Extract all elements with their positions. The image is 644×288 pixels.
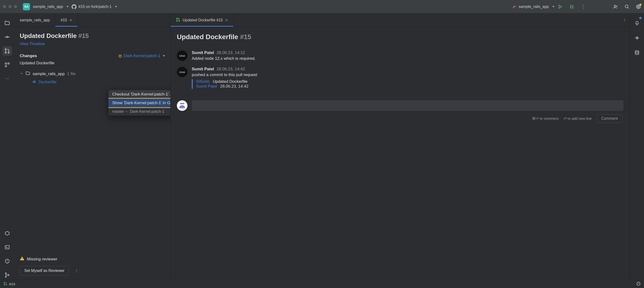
changed-file-item[interactable]: Dockerfile — [20, 79, 165, 85]
menu-item-show-in-git-log[interactable]: Show 'Dark-Kernel:patch-1' in Git Log — [108, 99, 170, 107]
comment-button[interactable]: Comment — [597, 114, 622, 123]
more-tools-icon[interactable]: ⋯ — [2, 74, 12, 83]
titlebar: SA sample_rails_app #15 on fork/patch-1 … — [0, 0, 644, 13]
run-icon[interactable] — [558, 4, 563, 9]
more-icon[interactable]: ⋮ — [580, 4, 586, 9]
tab-pr-timeline[interactable]: Updated Dockerfile #15 ✕ — [170, 13, 234, 27]
close-icon[interactable]: ✕ — [225, 18, 228, 22]
tab-project[interactable]: sample_rails_app — [14, 13, 55, 27]
menu-footer: master ← Dark-Kernel:patch-1 — [108, 107, 170, 116]
left-tool-rail: ⋯ — [0, 13, 14, 280]
pull-requests-tool-icon[interactable] — [2, 46, 12, 56]
changes-section-label: Changes — [20, 53, 37, 58]
commit-message: Updated Dockerfile — [213, 79, 248, 84]
comment-input[interactable] — [192, 100, 623, 111]
current-user-avatar — [177, 100, 188, 111]
hint-newline-shortcut: ⏎ to add new line — [564, 116, 592, 121]
set-myself-reviewer-button[interactable]: Set Myself as Reviewer — [20, 266, 69, 276]
terminal-tool-icon[interactable] — [2, 242, 12, 252]
project-dropdown[interactable]: sample_rails_app — [33, 4, 69, 9]
run-config-label: sample_rails_app — [519, 4, 549, 9]
tab-pr-15[interactable]: #15 ✕ — [55, 13, 78, 27]
event-author: Sumit Patel — [192, 67, 214, 71]
tab-more-icon[interactable]: ⋮ — [623, 18, 626, 22]
vcs-branch-dropdown[interactable]: #15 on fork/patch-1 — [72, 4, 117, 9]
svg-point-21 — [4, 282, 4, 283]
svg-point-17 — [176, 20, 178, 21]
problems-tool-icon[interactable] — [2, 256, 12, 266]
commit-message: Updated Dockerfile — [20, 61, 165, 65]
statusbar-pr-label[interactable]: #15 — [9, 282, 15, 286]
settings-icon[interactable] — [636, 4, 641, 9]
code-with-me-icon[interactable] — [613, 4, 618, 9]
run-config-dropdown[interactable]: sample_rails_app — [512, 4, 554, 9]
svg-point-1 — [614, 5, 616, 6]
changes-title: Updated Dockerfile #15 — [20, 32, 165, 40]
minimize-window-icon[interactable] — [8, 5, 12, 8]
svg-point-13 — [5, 273, 6, 274]
hint-comment-shortcut: ⌘⏎ to comment — [532, 116, 559, 121]
commit-reference[interactable]: 505ebb Updated Dockerfile Sumit Patel 28… — [192, 79, 623, 89]
statusbar-problems-icon[interactable] — [636, 283, 641, 287]
database-icon[interactable] — [632, 48, 642, 58]
svg-point-23 — [6, 285, 6, 285]
close-window-icon[interactable] — [3, 5, 6, 8]
warning-icon — [20, 256, 24, 262]
pr-timeline-view: Updated Dockerfile #15 Linux Sumit Patel… — [170, 27, 630, 280]
changes-tree-root[interactable]: sample_rails_app 1 file — [20, 71, 165, 77]
github-icon — [72, 4, 76, 9]
tab-label: sample_rails_app — [20, 18, 50, 22]
svg-point-14 — [5, 276, 6, 278]
svg-point-3 — [638, 6, 639, 7]
svg-point-2 — [625, 5, 628, 8]
event-body: pushed a commit to this pull request — [192, 72, 623, 77]
svg-rect-8 — [5, 63, 7, 64]
services-tool-icon[interactable] — [2, 229, 12, 238]
event-author: Sumit Patel — [192, 50, 214, 55]
notification-dot — [639, 17, 642, 19]
branch-dropdown[interactable]: Dark-Kernel:patch-1 — [118, 53, 165, 58]
svg-point-4 — [6, 36, 8, 38]
pr-title: Updated Dockerfile #15 — [177, 33, 623, 41]
file-count: 1 file — [67, 71, 76, 76]
svg-point-15 — [8, 275, 9, 276]
svg-point-7 — [8, 52, 9, 53]
view-timeline-link[interactable]: View Timeline — [20, 41, 45, 46]
commit-sha: 505ebb — [196, 79, 210, 84]
commit-author: Sumit Patel — [196, 84, 217, 89]
debug-icon[interactable] — [569, 4, 574, 9]
project-tool-icon[interactable] — [2, 18, 12, 28]
search-icon[interactable] — [624, 4, 630, 9]
svg-rect-9 — [8, 63, 9, 64]
menu-item-checkout[interactable]: Checkout 'Dark-Kernel:patch-1'… — [108, 90, 170, 99]
event-date: 28.06.23, 14:12 — [216, 50, 245, 55]
folder-icon — [26, 71, 30, 77]
structure-tool-icon[interactable] — [2, 60, 12, 70]
avatar: Linux — [177, 50, 188, 61]
file-name: Dockerfile — [38, 80, 57, 84]
maximize-window-icon[interactable] — [14, 5, 17, 8]
pull-request-icon — [176, 17, 180, 23]
notifications-icon[interactable] — [632, 18, 642, 28]
event-body: Added node 12.x which is required. — [192, 56, 256, 61]
missing-reviewer-warning: Missing reviewer — [20, 256, 165, 262]
pr-number: #15 — [78, 32, 89, 39]
more-actions-icon[interactable]: ⋮ — [72, 269, 81, 273]
commit-tool-icon[interactable] — [2, 32, 12, 42]
project-badge: SA — [23, 3, 30, 10]
avatar: Linux — [177, 67, 188, 77]
editor-tabs: Updated Dockerfile #15 ✕ ⋮ — [170, 13, 630, 27]
pull-request-icon[interactable] — [3, 282, 7, 286]
ai-assistant-icon[interactable] — [632, 33, 642, 43]
close-icon[interactable]: ✕ — [70, 18, 72, 22]
folder-name: sample_rails_app — [33, 71, 65, 76]
pr-title-text: Updated Dockerfile — [177, 33, 238, 40]
svg-point-20 — [635, 51, 639, 52]
tab-label: Updated Dockerfile #15 — [183, 18, 223, 22]
svg-rect-11 — [5, 246, 9, 249]
pr-number: #15 — [240, 33, 251, 40]
event-date: 28.06.23, 14:42 — [216, 67, 245, 71]
chevron-down-icon — [20, 71, 23, 76]
git-tool-icon[interactable] — [2, 270, 12, 280]
window-controls — [3, 5, 17, 8]
